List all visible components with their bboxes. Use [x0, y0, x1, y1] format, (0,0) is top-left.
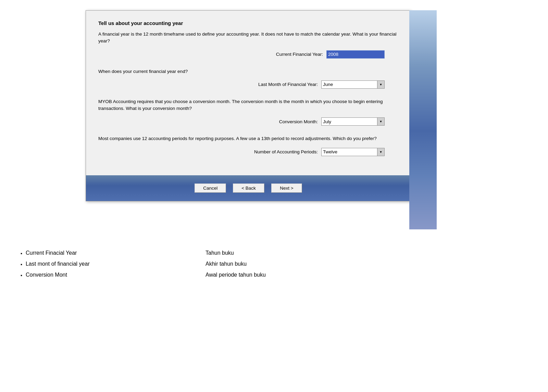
bullet-3: ▪: [21, 273, 22, 278]
dialog-footer: Cancel < Back Next >: [86, 175, 411, 201]
annotation-item-1: ▪ Current Finacial Year: [21, 250, 192, 256]
periods-select[interactable]: Twelve Thirteen: [321, 148, 385, 156]
annotation-text-2: Last mont of financial year: [26, 261, 90, 267]
back-button[interactable]: < Back: [233, 184, 264, 193]
annotation-text-1: Current Finacial Year: [26, 250, 77, 256]
financial-year-label: Current Financial Year:: [276, 52, 323, 57]
last-month-select[interactable]: January February March April May June Ju…: [321, 80, 385, 89]
bullet-2: ▪: [21, 262, 22, 267]
periods-label: Number of Accounting Periods:: [254, 149, 318, 154]
annotation-left: ▪ Current Finacial Year ▪ Last mont of f…: [21, 250, 192, 283]
annotation-text-3: Conversion Mont: [26, 272, 67, 278]
bullet-1: ▪: [21, 251, 22, 256]
next-button[interactable]: Next >: [271, 184, 302, 193]
financial-year-input[interactable]: [326, 50, 385, 59]
conversion-month-description: MYOB Accounting requires that you choose…: [98, 98, 398, 112]
annotation-item-3: ▪ Conversion Mont: [21, 272, 192, 278]
annotation-item-2: ▪ Last mont of financial year: [21, 261, 192, 267]
annotation-translation-1: Tahun buku: [192, 250, 500, 256]
last-month-label: Last Month of Financial Year:: [258, 82, 318, 87]
conversion-month-select[interactable]: January February March April May June Ju…: [321, 117, 385, 126]
last-month-select-wrapper: January February March April May June Ju…: [321, 80, 385, 89]
periods-select-wrapper: Twelve Thirteen: [321, 148, 385, 156]
dialog-content: Tell us about your accounting year A fin…: [86, 11, 411, 175]
right-decorative-panel: [409, 10, 437, 229]
last-month-row: Last Month of Financial Year: January Fe…: [98, 80, 398, 89]
periods-row: Number of Accounting Periods: Twelve Thi…: [98, 148, 398, 156]
annotation-columns: ▪ Current Finacial Year ▪ Last mont of f…: [21, 250, 500, 283]
financial-year-description: A financial year is the 12 month timefra…: [98, 31, 398, 45]
conversion-month-row: Conversion Month: January February March…: [98, 117, 398, 126]
dialog-container: Tell us about your accounting year A fin…: [86, 10, 411, 201]
annotation-section: ▪ Current Finacial Year ▪ Last mont of f…: [21, 250, 500, 283]
annotation-translation-2: Akhir tahun buku: [192, 261, 500, 267]
periods-description: Most companies use 12 accounting periods…: [98, 135, 398, 142]
conversion-month-label: Conversion Month:: [279, 119, 318, 124]
last-month-question: When does your current financial year en…: [98, 68, 398, 75]
page-wrapper: Tell us about your accounting year A fin…: [0, 0, 548, 392]
cancel-button[interactable]: Cancel: [195, 184, 226, 193]
financial-year-row: Current Financial Year:: [98, 50, 398, 59]
annotation-translation-3: Awal periode tahun buku: [192, 272, 500, 278]
conversion-month-select-wrapper: January February March April May June Ju…: [321, 117, 385, 126]
dialog-title: Tell us about your accounting year: [98, 20, 398, 26]
annotation-right: Tahun buku Akhir tahun buku Awal periode…: [192, 250, 500, 283]
